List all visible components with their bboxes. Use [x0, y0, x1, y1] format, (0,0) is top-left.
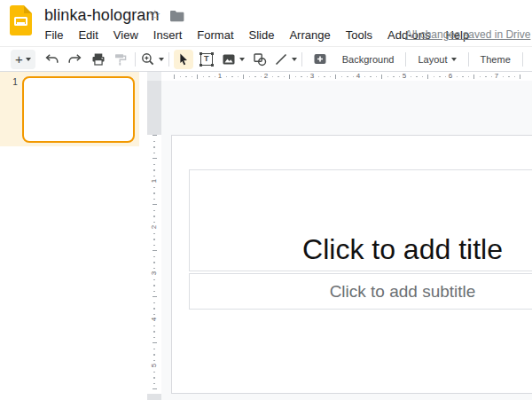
theme-button[interactable]: Theme [473, 50, 518, 69]
logo-frame [14, 17, 27, 26]
v-ruler-tick: 3 [151, 266, 158, 280]
h-ruler-tick [208, 76, 210, 78]
v-ruler-tick [153, 337, 155, 339]
h-ruler-tick [249, 76, 251, 78]
v-ruler-tick [153, 164, 155, 166]
v-ruler-tick [153, 158, 157, 159]
h-ruler-tick [197, 75, 198, 79]
h-ruler-tick [381, 75, 382, 79]
v-ruler-tick [153, 192, 155, 194]
slide-filmstrip: 1 [0, 72, 147, 400]
menu-item[interactable]: Format [190, 26, 241, 45]
h-ruler-tick [261, 76, 262, 78]
v-ruler-tick [153, 349, 155, 350]
insert-comment-button[interactable] [310, 50, 330, 69]
h-ruler-tick [376, 76, 378, 78]
h-ruler-tick: 7 [495, 72, 498, 81]
h-ruler-tick [174, 75, 175, 79]
v-ruler-tick [153, 308, 155, 310]
ruler-offpage-top [147, 81, 161, 135]
v-ruler-tick [153, 354, 155, 356]
menu-item[interactable]: Insert [145, 26, 190, 45]
insert-line-button[interactable] [273, 51, 297, 67]
horizontal-ruler: 1234567 [161, 72, 532, 81]
theme-label: Theme [481, 54, 511, 65]
v-ruler-tick [153, 279, 155, 281]
v-ruler-tick [153, 262, 155, 263]
h-ruler-tick [370, 76, 372, 78]
v-ruler-tick [153, 135, 157, 136]
document-title[interactable]: blinka-hologram [44, 6, 160, 25]
v-ruler-tick: 1 [151, 174, 158, 188]
v-ruler-tick [153, 239, 155, 240]
chevron-down-icon [292, 58, 297, 61]
toolbar-divider [168, 52, 169, 67]
h-ruler-tick [485, 76, 487, 78]
google-slides-app: blinka-hologram ☆ FileEditViewInsertForm… [0, 0, 532, 400]
paint-format-button[interactable] [111, 50, 130, 69]
h-ruler-tick [307, 76, 309, 78]
h-ruler-tick [468, 76, 470, 78]
h-ruler-tick [457, 76, 458, 78]
h-ruler-tick [393, 76, 395, 78]
title-placeholder[interactable]: Click to add title [189, 169, 532, 271]
h-ruler-tick: 4 [356, 72, 360, 81]
layout-button[interactable]: Layout [411, 50, 463, 69]
text-box-tool-button[interactable]: T [197, 50, 216, 69]
undo-button[interactable] [43, 50, 62, 69]
subtitle-placeholder-text: Click to add subtitle [330, 282, 476, 302]
background-button[interactable]: Background [335, 50, 402, 69]
v-ruler-tick [153, 187, 155, 189]
v-ruler-tick [153, 372, 155, 373]
menu-item[interactable]: View [106, 26, 145, 45]
h-ruler-tick [439, 76, 441, 78]
select-tool-button[interactable] [174, 50, 193, 69]
insert-shape-button[interactable] [250, 50, 270, 69]
v-ruler-tick [153, 250, 157, 251]
menu-item[interactable]: File [37, 26, 71, 45]
print-button[interactable] [89, 50, 108, 69]
v-ruler-tick [153, 216, 155, 217]
new-slide-button[interactable]: + [11, 50, 35, 69]
h-ruler-tick [215, 76, 216, 78]
v-ruler-tick [153, 377, 155, 379]
menu-item[interactable]: Arrange [282, 26, 338, 45]
slides-logo-icon[interactable] [10, 5, 32, 35]
background-label: Background [342, 54, 395, 65]
h-ruler-tick: 6 [449, 72, 452, 81]
menu-item[interactable]: Slide [241, 26, 282, 45]
h-ruler-tick [411, 76, 412, 78]
toolbar-divider [405, 52, 406, 67]
star-icon[interactable]: ☆ [149, 8, 160, 22]
v-ruler-tick [153, 233, 155, 235]
h-ruler-tick [387, 76, 389, 78]
transition-button[interactable]: Transition [528, 50, 532, 69]
filmstrip-slide-1[interactable]: 1 [0, 72, 139, 146]
h-ruler-tick [203, 76, 205, 78]
h-ruler-tick [301, 76, 302, 78]
save-status-link[interactable]: All changes saved in Drive [405, 28, 530, 41]
h-ruler-tick [434, 76, 435, 78]
subtitle-placeholder[interactable]: Click to add subtitle [189, 273, 532, 310]
h-ruler-tick: 5 [403, 72, 406, 81]
h-ruler-tick [514, 76, 516, 78]
move-to-folder-icon[interactable] [169, 10, 184, 22]
redo-button[interactable] [65, 50, 84, 69]
menu-item[interactable]: Edit [71, 26, 106, 45]
h-ruler-tick [284, 76, 286, 78]
toolbar-divider [301, 52, 302, 67]
h-ruler-tick [416, 76, 418, 78]
h-ruler-tick [272, 76, 274, 78]
ruler-offpage-bottom [147, 394, 161, 400]
chevron-down-icon [26, 58, 31, 61]
ruler-corner [147, 72, 161, 81]
chevron-down-icon [451, 58, 457, 61]
v-ruler-tick [153, 291, 155, 293]
h-ruler-tick [238, 76, 239, 78]
insert-image-button[interactable] [221, 51, 245, 67]
menu-item[interactable]: Tools [338, 26, 379, 45]
h-ruler-tick [335, 75, 336, 79]
h-ruler-tick [445, 76, 447, 78]
zoom-button[interactable] [140, 51, 164, 67]
slide-thumbnail[interactable] [22, 76, 135, 143]
